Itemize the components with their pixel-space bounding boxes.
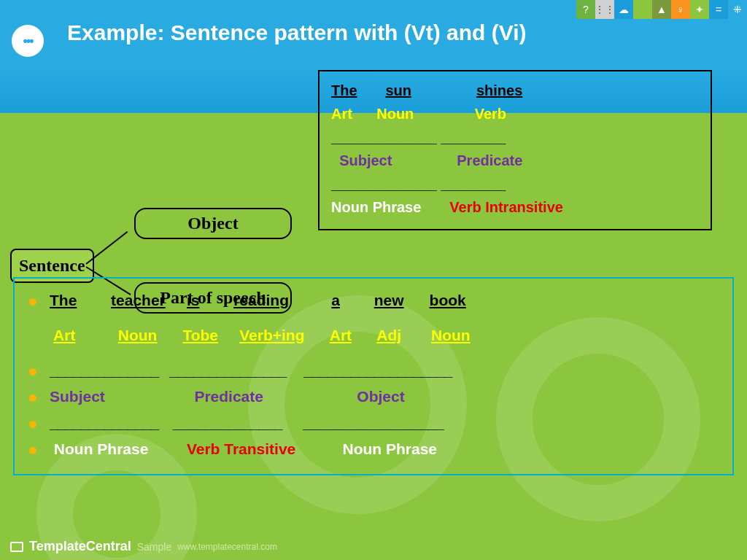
grid-icon[interactable]: ⋮⋮ bbox=[595, 0, 614, 19]
word-a: a bbox=[331, 292, 340, 308]
word-book: book bbox=[430, 292, 466, 308]
footer: TemplateCentral Sample www.templatecentr… bbox=[10, 539, 277, 554]
footer-url: www.templatecentral.com bbox=[177, 542, 277, 552]
bullet-icon bbox=[29, 447, 36, 454]
word-sun: sun bbox=[385, 79, 411, 102]
monitor-icon bbox=[10, 542, 23, 552]
word-the: The bbox=[331, 79, 357, 102]
blank-icon[interactable] bbox=[633, 0, 652, 19]
word-teacher: teacher bbox=[111, 292, 166, 308]
person-icon[interactable]: ✦ bbox=[690, 0, 709, 19]
pos-noun: Noun bbox=[431, 327, 471, 343]
word-is: is bbox=[187, 292, 200, 308]
footer-brand: TemplateCentral bbox=[29, 539, 131, 554]
pos-adj: Adj bbox=[376, 327, 401, 343]
bullet-icon bbox=[29, 368, 36, 376]
example-2-box: The teacher is reading a new book Art No… bbox=[13, 277, 734, 475]
label-verb-transitive: Verb Transitive bbox=[187, 440, 295, 457]
word-reading: reading bbox=[233, 292, 289, 308]
pos-art: Art bbox=[330, 327, 352, 343]
role-subject: Subject bbox=[50, 388, 105, 405]
label-noun-phrase: Noun Phrase bbox=[54, 440, 149, 457]
toolbar: ? ⋮⋮ ☁ ▲ ♀ ✦ = ⁜ bbox=[576, 0, 747, 19]
logo-icon: ••• bbox=[12, 25, 44, 57]
divider-line: ______________ ______________ __________… bbox=[50, 414, 718, 432]
role-predicate: Predicate bbox=[457, 149, 522, 172]
role-predicate: Predicate bbox=[194, 388, 263, 405]
page-title: Example: Sentence pattern with (Vt) and … bbox=[67, 20, 527, 45]
word-new: new bbox=[374, 292, 404, 308]
role-subject: Subject bbox=[339, 149, 392, 172]
example-1-box: The sun shines Art Noun Verb ___________… bbox=[318, 70, 712, 230]
pos-tobe: Tobe bbox=[182, 327, 218, 343]
bullet-icon bbox=[29, 421, 36, 428]
word-the: The bbox=[50, 292, 77, 308]
object-box: Object bbox=[134, 208, 292, 239]
divider-line: _____________ ________ bbox=[331, 125, 699, 149]
pos-noun: Noun bbox=[118, 327, 158, 343]
role-object: Object bbox=[357, 388, 404, 405]
pos-noun: Noun bbox=[376, 102, 414, 125]
footer-sample: Sample bbox=[137, 541, 171, 553]
bullet-icon bbox=[29, 298, 36, 306]
bulb-icon[interactable]: ♀ bbox=[671, 0, 690, 19]
help-icon[interactable]: ? bbox=[576, 0, 595, 19]
divider-line: ______________ _______________ _________… bbox=[50, 362, 718, 379]
word-shines: shines bbox=[476, 79, 522, 102]
pos-verbing: Verb+ing bbox=[239, 327, 304, 343]
bubble-icon[interactable]: ☁ bbox=[614, 0, 633, 19]
equals-icon[interactable]: = bbox=[709, 0, 728, 19]
bullet-icon bbox=[29, 394, 36, 402]
divider-line: _____________ ________ bbox=[331, 172, 699, 195]
label-verb-intransitive: Verb Intransitive bbox=[449, 195, 563, 219]
pos-verb: Verb bbox=[475, 102, 506, 125]
chart-icon[interactable]: ▲ bbox=[652, 0, 671, 19]
label-noun-phrase: Noun Phrase bbox=[343, 440, 438, 457]
dots-icon[interactable]: ⁜ bbox=[728, 0, 747, 19]
pos-art: Art bbox=[331, 102, 352, 125]
label-noun-phrase: Noun Phrase bbox=[331, 195, 421, 219]
pos-art: Art bbox=[53, 327, 75, 343]
